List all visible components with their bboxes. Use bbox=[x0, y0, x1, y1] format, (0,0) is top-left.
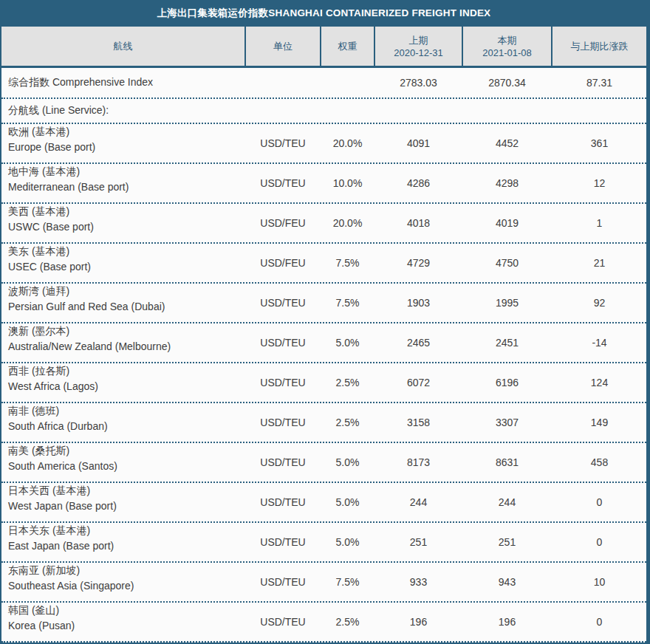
route-unit: USD/TEU bbox=[246, 164, 321, 202]
route-row: 日本关西 (基本港) West Japan (Base port) USD/TE… bbox=[1, 483, 646, 523]
route-current-value: 4452 bbox=[463, 124, 552, 162]
route-change-value: 0 bbox=[552, 523, 646, 561]
comprehensive-index-label: 综合指数 Comprehensive Index bbox=[1, 68, 246, 97]
route-name-en: South America (Santos) bbox=[8, 459, 117, 474]
route-current-value: 3307 bbox=[463, 403, 552, 442]
route-name-en: Korea (Pusan) bbox=[8, 618, 75, 634]
header-current-period: 本期 2021-01-08 bbox=[463, 27, 552, 66]
header-unit: 单位 bbox=[246, 27, 321, 66]
comprehensive-current-value: 2870.34 bbox=[463, 68, 552, 97]
route-name-en: South Africa (Durban) bbox=[8, 419, 108, 434]
route-weight: 7.5% bbox=[321, 244, 375, 282]
header-weight: 权重 bbox=[321, 27, 375, 66]
route-rows-container: 欧洲 (基本港) Europe (Base port) USD/TEU 20.0… bbox=[1, 124, 646, 643]
route-previous-value: 1903 bbox=[375, 284, 463, 322]
route-change-value: 21 bbox=[552, 244, 646, 282]
route-change-value: 0 bbox=[552, 603, 646, 641]
route-change-value: 149 bbox=[552, 403, 646, 442]
route-row: 日本关东 (基本港) East Japan (Base port) USD/TE… bbox=[1, 523, 646, 563]
header-previous-date: 2020-12-31 bbox=[394, 47, 443, 59]
route-unit: USD/TEU bbox=[246, 323, 321, 362]
route-name-cell: 东南亚 (新加坡) Southeast Asia (Singapore) bbox=[1, 563, 246, 601]
route-previous-value: 4729 bbox=[375, 244, 463, 282]
route-previous-value: 244 bbox=[375, 483, 463, 521]
route-current-value: 2451 bbox=[463, 323, 552, 362]
route-name-cell: 波斯湾 (迪拜) Persian Gulf and Red Sea (Dubai… bbox=[1, 284, 246, 322]
route-row: 韩国 (釜山) Korea (Pusan) USD/TEU 2.5% 196 1… bbox=[1, 603, 646, 643]
route-weight: 2.5% bbox=[321, 363, 375, 402]
route-row: 东南亚 (新加坡) Southeast Asia (Singapore) USD… bbox=[1, 563, 646, 603]
route-current-value: 196 bbox=[463, 603, 552, 641]
route-unit: USD/TEU bbox=[246, 563, 321, 601]
route-unit: USD/TEU bbox=[246, 284, 321, 322]
route-name-cell: 美东 (基本港) USEC (Base port) bbox=[1, 244, 246, 282]
route-change-value: 458 bbox=[552, 443, 646, 482]
route-previous-value: 196 bbox=[375, 603, 463, 641]
route-row: 美西 (基本港) USWC (Base port) USD/FEU 20.0% … bbox=[1, 204, 646, 244]
route-unit: USD/TEU bbox=[246, 403, 321, 442]
route-current-value: 251 bbox=[463, 523, 552, 561]
comprehensive-change-value: 87.31 bbox=[552, 68, 646, 97]
route-row: 地中海 (基本港) Mediterranean (Base port) USD/… bbox=[1, 164, 646, 204]
route-name-en: Persian Gulf and Red Sea (Dubai) bbox=[8, 299, 165, 315]
route-name-en: East Japan (Base port) bbox=[8, 538, 114, 554]
header-current-date: 2021-01-08 bbox=[482, 47, 532, 59]
route-change-value: 0 bbox=[552, 483, 646, 521]
route-weight: 5.0% bbox=[321, 483, 375, 521]
header-current-label: 本期 bbox=[498, 34, 517, 47]
route-name-en: Australia/New Zealand (Melbourne) bbox=[8, 339, 171, 354]
comprehensive-weight-empty bbox=[321, 68, 375, 97]
route-current-value: 4019 bbox=[463, 204, 552, 242]
route-name-en: West Africa (Lagos) bbox=[8, 379, 98, 394]
route-previous-value: 251 bbox=[375, 523, 463, 561]
route-change-value: 10 bbox=[552, 563, 646, 601]
route-name-cell: 澳新 (墨尔本) Australia/New Zealand (Melbourn… bbox=[1, 323, 246, 362]
line-service-label: 分航线 (Line Service): bbox=[1, 99, 646, 123]
route-unit: USD/FEU bbox=[246, 244, 321, 282]
route-name-cn: 美西 (基本港) bbox=[8, 204, 69, 219]
route-current-value: 4750 bbox=[463, 244, 552, 282]
header-change-vs-previous: 与上期比涨跌 bbox=[552, 27, 646, 66]
route-row: 欧洲 (基本港) Europe (Base port) USD/TEU 20.0… bbox=[1, 124, 646, 164]
route-name-cell: 南非 (德班) South Africa (Durban) bbox=[1, 403, 246, 442]
route-previous-value: 3158 bbox=[375, 403, 463, 442]
table-header-row: 航线 单位 权重 上期 2020-12-31 本期 2021-01-08 与上期… bbox=[1, 27, 646, 68]
route-row: 西非 (拉各斯) West Africa (Lagos) USD/TEU 2.5… bbox=[1, 363, 646, 403]
route-weight: 2.5% bbox=[321, 603, 375, 641]
route-weight: 5.0% bbox=[321, 443, 375, 482]
route-unit: USD/FEU bbox=[246, 204, 321, 242]
route-row: 南美 (桑托斯) South America (Santos) USD/TEU … bbox=[1, 443, 646, 483]
table-title: 上海出口集装箱运价指数SHANGHAI CONTAINERIZED FREIGH… bbox=[1, 0, 646, 27]
route-unit: USD/TEU bbox=[246, 363, 321, 402]
route-weight: 5.0% bbox=[321, 523, 375, 561]
route-row: 美东 (基本港) USEC (Base port) USD/FEU 7.5% 4… bbox=[1, 244, 646, 284]
route-previous-value: 8173 bbox=[375, 443, 463, 482]
route-name-cn: 南非 (德班) bbox=[8, 403, 59, 419]
route-row: 澳新 (墨尔本) Australia/New Zealand (Melbourn… bbox=[1, 323, 646, 363]
route-change-value: 361 bbox=[552, 124, 646, 162]
route-unit: USD/TEU bbox=[246, 603, 321, 641]
route-current-value: 244 bbox=[463, 483, 552, 521]
route-name-cn: 西非 (拉各斯) bbox=[8, 363, 69, 379]
route-unit: USD/TEU bbox=[246, 483, 321, 521]
route-row: 波斯湾 (迪拜) Persian Gulf and Red Sea (Dubai… bbox=[1, 284, 646, 323]
route-name-en: USEC (Base port) bbox=[8, 259, 91, 275]
route-weight: 20.0% bbox=[321, 124, 375, 162]
route-previous-value: 4018 bbox=[375, 204, 463, 242]
route-previous-value: 933 bbox=[375, 563, 463, 601]
route-name-cell: 日本关东 (基本港) East Japan (Base port) bbox=[1, 523, 246, 561]
route-name-cell: 日本关西 (基本港) West Japan (Base port) bbox=[1, 483, 246, 521]
route-name-cn: 南美 (桑托斯) bbox=[8, 443, 69, 459]
route-change-value: -14 bbox=[552, 323, 646, 362]
route-weight: 7.5% bbox=[321, 563, 375, 601]
route-current-value: 943 bbox=[463, 563, 552, 601]
route-row: 南非 (德班) South Africa (Durban) USD/TEU 2.… bbox=[1, 403, 646, 443]
header-previous-label: 上期 bbox=[409, 34, 428, 47]
route-weight: 2.5% bbox=[321, 403, 375, 442]
scfi-freight-index-table: 上海出口集装箱运价指数SHANGHAI CONTAINERIZED FREIGH… bbox=[0, 0, 650, 644]
route-name-cn: 澳新 (墨尔本) bbox=[8, 323, 69, 339]
route-name-cell: 欧洲 (基本港) Europe (Base port) bbox=[1, 124, 246, 162]
route-name-cn: 日本关西 (基本港) bbox=[8, 483, 90, 499]
comprehensive-index-row: 综合指数 Comprehensive Index 2783.03 2870.34… bbox=[1, 68, 646, 99]
comprehensive-previous-value: 2783.03 bbox=[375, 68, 463, 97]
